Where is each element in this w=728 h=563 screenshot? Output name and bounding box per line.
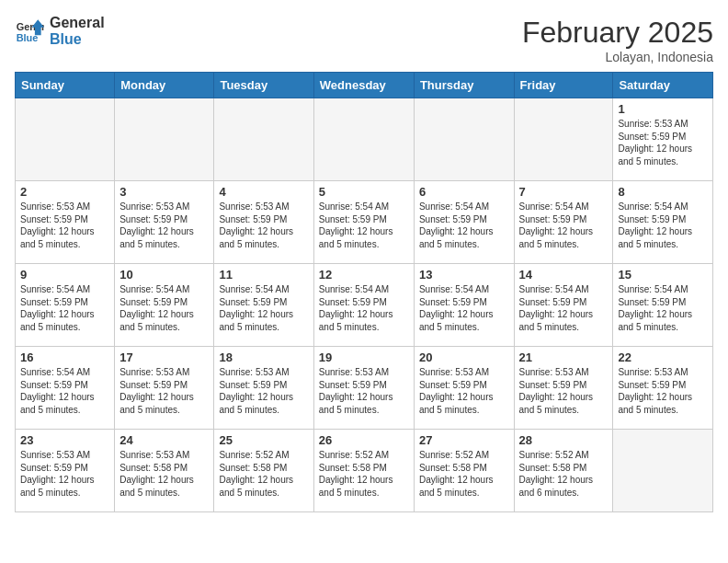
calendar-cell: 13Sunrise: 5:54 AM Sunset: 5:59 PM Dayli… bbox=[414, 264, 514, 347]
location: Lolayan, Indonesia bbox=[522, 50, 713, 64]
day-number: 22 bbox=[618, 350, 708, 364]
week-row-3: 16Sunrise: 5:54 AM Sunset: 5:59 PM Dayli… bbox=[16, 347, 713, 430]
cell-text: Sunrise: 5:54 AM Sunset: 5:59 PM Dayligh… bbox=[20, 283, 109, 333]
day-number: 11 bbox=[219, 268, 308, 282]
calendar-cell: 7Sunrise: 5:54 AM Sunset: 5:59 PM Daylig… bbox=[514, 181, 613, 264]
day-number: 16 bbox=[20, 350, 109, 364]
cell-text: Sunrise: 5:53 AM Sunset: 5:58 PM Dayligh… bbox=[119, 449, 209, 499]
calendar-cell bbox=[613, 430, 713, 512]
calendar-cell: 16Sunrise: 5:54 AM Sunset: 5:59 PM Dayli… bbox=[16, 347, 115, 430]
week-row-1: 2Sunrise: 5:53 AM Sunset: 5:59 PM Daylig… bbox=[16, 181, 713, 264]
day-number: 14 bbox=[519, 268, 609, 282]
cell-text: Sunrise: 5:54 AM Sunset: 5:59 PM Dayligh… bbox=[419, 283, 509, 333]
cell-text: Sunrise: 5:54 AM Sunset: 5:59 PM Dayligh… bbox=[519, 201, 609, 250]
day-number: 3 bbox=[119, 185, 209, 199]
calendar-cell: 3Sunrise: 5:53 AM Sunset: 5:59 PM Daylig… bbox=[115, 181, 214, 264]
cell-text: Sunrise: 5:53 AM Sunset: 5:59 PM Dayligh… bbox=[119, 201, 209, 250]
weekday-wednesday: Wednesday bbox=[313, 73, 414, 98]
cell-text: Sunrise: 5:53 AM Sunset: 5:59 PM Dayligh… bbox=[219, 201, 308, 250]
day-number: 5 bbox=[319, 185, 409, 199]
cell-text: Sunrise: 5:54 AM Sunset: 5:59 PM Dayligh… bbox=[618, 283, 708, 333]
calendar-cell bbox=[214, 98, 313, 181]
day-number: 6 bbox=[419, 185, 509, 199]
page-header: General Blue General Blue February 2025 … bbox=[15, 15, 713, 64]
calendar-cell bbox=[115, 98, 214, 181]
calendar-body: 1Sunrise: 5:53 AM Sunset: 5:59 PM Daylig… bbox=[16, 98, 713, 512]
calendar-cell bbox=[414, 98, 514, 181]
calendar-cell: 20Sunrise: 5:53 AM Sunset: 5:59 PM Dayli… bbox=[414, 347, 514, 430]
weekday-header-row: SundayMondayTuesdayWednesdayThursdayFrid… bbox=[16, 73, 713, 98]
calendar-cell: 4Sunrise: 5:53 AM Sunset: 5:59 PM Daylig… bbox=[214, 181, 313, 264]
day-number: 21 bbox=[519, 350, 609, 364]
day-number: 1 bbox=[618, 102, 708, 116]
day-number: 7 bbox=[519, 185, 609, 199]
day-number: 18 bbox=[219, 350, 308, 364]
calendar-cell: 19Sunrise: 5:53 AM Sunset: 5:59 PM Dayli… bbox=[313, 347, 414, 430]
logo-general: General bbox=[50, 15, 105, 31]
cell-text: Sunrise: 5:53 AM Sunset: 5:59 PM Dayligh… bbox=[618, 118, 708, 167]
day-number: 13 bbox=[419, 268, 509, 282]
cell-text: Sunrise: 5:52 AM Sunset: 5:58 PM Dayligh… bbox=[319, 449, 409, 499]
day-number: 12 bbox=[319, 268, 409, 282]
weekday-friday: Friday bbox=[514, 73, 613, 98]
calendar-cell: 8Sunrise: 5:54 AM Sunset: 5:59 PM Daylig… bbox=[613, 181, 713, 264]
calendar-cell: 28Sunrise: 5:52 AM Sunset: 5:58 PM Dayli… bbox=[514, 430, 613, 512]
weekday-tuesday: Tuesday bbox=[214, 73, 313, 98]
week-row-2: 9Sunrise: 5:54 AM Sunset: 5:59 PM Daylig… bbox=[16, 264, 713, 347]
logo-blue: Blue bbox=[50, 31, 105, 48]
month-title: February 2025 bbox=[522, 15, 713, 50]
day-number: 28 bbox=[519, 433, 609, 447]
cell-text: Sunrise: 5:53 AM Sunset: 5:59 PM Dayligh… bbox=[20, 201, 109, 250]
cell-text: Sunrise: 5:53 AM Sunset: 5:59 PM Dayligh… bbox=[618, 366, 708, 416]
calendar-cell: 17Sunrise: 5:53 AM Sunset: 5:59 PM Dayli… bbox=[115, 347, 214, 430]
cell-text: Sunrise: 5:54 AM Sunset: 5:59 PM Dayligh… bbox=[519, 283, 609, 333]
cell-text: Sunrise: 5:54 AM Sunset: 5:59 PM Dayligh… bbox=[119, 283, 209, 333]
week-row-0: 1Sunrise: 5:53 AM Sunset: 5:59 PM Daylig… bbox=[16, 98, 713, 181]
cell-text: Sunrise: 5:53 AM Sunset: 5:59 PM Dayligh… bbox=[319, 366, 409, 416]
calendar-cell: 5Sunrise: 5:54 AM Sunset: 5:59 PM Daylig… bbox=[313, 181, 414, 264]
cell-text: Sunrise: 5:52 AM Sunset: 5:58 PM Dayligh… bbox=[419, 449, 509, 499]
weekday-thursday: Thursday bbox=[414, 73, 514, 98]
day-number: 26 bbox=[319, 433, 409, 447]
calendar-cell: 10Sunrise: 5:54 AM Sunset: 5:59 PM Dayli… bbox=[115, 264, 214, 347]
calendar-cell: 23Sunrise: 5:53 AM Sunset: 5:59 PM Dayli… bbox=[16, 430, 115, 512]
logo: General Blue General Blue bbox=[15, 15, 105, 47]
cell-text: Sunrise: 5:52 AM Sunset: 5:58 PM Dayligh… bbox=[219, 449, 308, 499]
calendar-cell: 15Sunrise: 5:54 AM Sunset: 5:59 PM Dayli… bbox=[613, 264, 713, 347]
week-row-4: 23Sunrise: 5:53 AM Sunset: 5:59 PM Dayli… bbox=[16, 430, 713, 512]
calendar-cell bbox=[16, 98, 115, 181]
cell-text: Sunrise: 5:54 AM Sunset: 5:59 PM Dayligh… bbox=[319, 283, 409, 333]
calendar-cell: 2Sunrise: 5:53 AM Sunset: 5:59 PM Daylig… bbox=[16, 181, 115, 264]
day-number: 10 bbox=[119, 268, 209, 282]
calendar-cell bbox=[313, 98, 414, 181]
day-number: 4 bbox=[219, 185, 308, 199]
calendar-cell bbox=[514, 98, 613, 181]
calendar-cell: 26Sunrise: 5:52 AM Sunset: 5:58 PM Dayli… bbox=[313, 430, 414, 512]
day-number: 9 bbox=[20, 268, 109, 282]
cell-text: Sunrise: 5:53 AM Sunset: 5:59 PM Dayligh… bbox=[20, 449, 109, 499]
day-number: 19 bbox=[319, 350, 409, 364]
weekday-saturday: Saturday bbox=[613, 73, 713, 98]
cell-text: Sunrise: 5:54 AM Sunset: 5:59 PM Dayligh… bbox=[219, 283, 308, 333]
calendar-cell: 1Sunrise: 5:53 AM Sunset: 5:59 PM Daylig… bbox=[613, 98, 713, 181]
calendar-cell: 12Sunrise: 5:54 AM Sunset: 5:59 PM Dayli… bbox=[313, 264, 414, 347]
cell-text: Sunrise: 5:53 AM Sunset: 5:59 PM Dayligh… bbox=[519, 366, 609, 416]
day-number: 25 bbox=[219, 433, 308, 447]
day-number: 24 bbox=[119, 433, 209, 447]
calendar-cell: 24Sunrise: 5:53 AM Sunset: 5:58 PM Dayli… bbox=[115, 430, 214, 512]
logo-icon: General Blue bbox=[15, 17, 44, 46]
calendar-cell: 11Sunrise: 5:54 AM Sunset: 5:59 PM Dayli… bbox=[214, 264, 313, 347]
day-number: 27 bbox=[419, 433, 509, 447]
calendar-cell: 21Sunrise: 5:53 AM Sunset: 5:59 PM Dayli… bbox=[514, 347, 613, 430]
day-number: 8 bbox=[618, 185, 708, 199]
title-area: February 2025 Lolayan, Indonesia bbox=[522, 15, 713, 64]
cell-text: Sunrise: 5:53 AM Sunset: 5:59 PM Dayligh… bbox=[419, 366, 509, 416]
day-number: 15 bbox=[618, 268, 708, 282]
cell-text: Sunrise: 5:54 AM Sunset: 5:59 PM Dayligh… bbox=[319, 201, 409, 250]
calendar-table: SundayMondayTuesdayWednesdayThursdayFrid… bbox=[15, 72, 713, 512]
day-number: 17 bbox=[119, 350, 209, 364]
day-number: 23 bbox=[20, 433, 109, 447]
svg-text:Blue: Blue bbox=[17, 32, 39, 43]
calendar-cell: 25Sunrise: 5:52 AM Sunset: 5:58 PM Dayli… bbox=[214, 430, 313, 512]
weekday-sunday: Sunday bbox=[16, 73, 115, 98]
